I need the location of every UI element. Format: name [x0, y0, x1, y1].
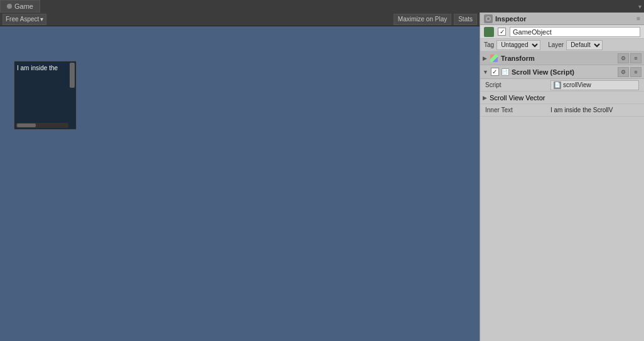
inner-text-row: Inner Text I am inside the ScrollV: [480, 104, 644, 117]
transform-icon: [490, 54, 498, 63]
inspector-menu-icon[interactable]: ≡: [636, 15, 640, 22]
inner-text-label: Inner Text: [485, 107, 548, 113]
script-field-row: Script 📄 scrollView: [480, 79, 644, 92]
scroll-vector-label: Scroll View Vector: [490, 94, 545, 102]
transform-settings-icon[interactable]: ⚙: [618, 53, 629, 63]
transform-menu-icon[interactable]: ≡: [630, 53, 641, 63]
inspector-panel: Inspector ≡ ✓ Tag Untagged Layer Default…: [480, 13, 644, 341]
scroll-bar-bottom[interactable]: [16, 123, 68, 128]
game-tab-label: Game: [14, 3, 33, 10]
toolbar-right: Maximize on Play Stats: [394, 14, 477, 25]
inspector-icon: [484, 14, 493, 23]
transform-collapse-arrow-icon: ▶: [483, 55, 487, 61]
maximize-on-play-button[interactable]: Maximize on Play: [394, 14, 451, 25]
aspect-selector[interactable]: Free Aspect ▾: [3, 14, 46, 25]
tag-label: Tag: [484, 41, 494, 48]
scroll-vector-collapse-arrow-icon: ▶: [483, 95, 487, 101]
transform-component-header[interactable]: ▶ Transform ⚙ ≡: [480, 51, 644, 65]
top-bar-menu[interactable]: ▾: [638, 3, 644, 10]
main-area: Free Aspect ▾ Maximize on Play Stats I a…: [0, 13, 644, 341]
inspector-header: Inspector ≡: [480, 13, 644, 25]
game-tab-dot: [7, 4, 12, 9]
inner-text-value: I am inside the ScrollV: [550, 107, 639, 113]
aspect-chevron-icon: ▾: [40, 16, 43, 23]
layer-label: Layer: [548, 41, 564, 48]
svg-point-1: [487, 18, 490, 20]
gameobject-icon: [484, 27, 494, 37]
game-view: Free Aspect ▾ Maximize on Play Stats I a…: [0, 13, 480, 341]
layer-select[interactable]: Default: [566, 40, 603, 50]
scroll-view-settings-icon[interactable]: ⚙: [618, 67, 629, 77]
script-file-icon: 📄: [554, 81, 561, 89]
scroll-view-script-icon: 📄: [502, 68, 509, 76]
transform-color-icon: [490, 55, 498, 62]
scroll-view-vector-row[interactable]: ▶ Scroll View Vector: [480, 92, 644, 104]
scroll-view-active-checkbox[interactable]: ✓: [491, 68, 499, 76]
gameobject-active-checkbox[interactable]: ✓: [498, 28, 506, 36]
inspector-title: Inspector: [484, 14, 636, 23]
scroll-handle[interactable]: [70, 63, 75, 88]
scroll-view-collapse-arrow-icon: ▼: [483, 69, 488, 75]
script-value-text: scrollView: [563, 81, 636, 88]
aspect-label: Free Aspect: [6, 16, 39, 23]
tag-select[interactable]: Untagged: [496, 40, 540, 50]
transform-label: Transform: [501, 55, 615, 62]
scroll-view-label: Scroll View (Script): [512, 68, 615, 76]
scroll-view-widget[interactable]: I am inside the: [14, 61, 77, 130]
script-field-label: Script: [485, 81, 548, 88]
scroll-view-menu-icon[interactable]: ≡: [630, 67, 641, 77]
game-toolbar: Free Aspect ▾ Maximize on Play Stats: [0, 13, 480, 26]
script-field-value[interactable]: 📄 scrollView: [550, 80, 639, 90]
scroll-view-component-header[interactable]: ▼ ✓ 📄 Scroll View (Script) ⚙ ≡: [480, 65, 644, 79]
gameobject-name-input[interactable]: [510, 27, 640, 37]
scroll-view-buttons: ⚙ ≡: [618, 67, 641, 77]
game-canvas: I am inside the: [0, 26, 480, 341]
scroll-bar-thumb[interactable]: [17, 123, 36, 127]
scroll-view-text: I am inside the: [14, 61, 76, 75]
transform-buttons: ⚙ ≡: [618, 53, 641, 63]
inspector-title-label: Inspector: [495, 15, 527, 23]
stats-button[interactable]: Stats: [454, 14, 477, 25]
top-bar: Game ▾: [0, 0, 644, 13]
gameobject-row: ✓: [480, 25, 644, 39]
tag-layer-row: Tag Untagged Layer Default: [480, 39, 644, 51]
game-tab[interactable]: Game: [0, 0, 40, 13]
